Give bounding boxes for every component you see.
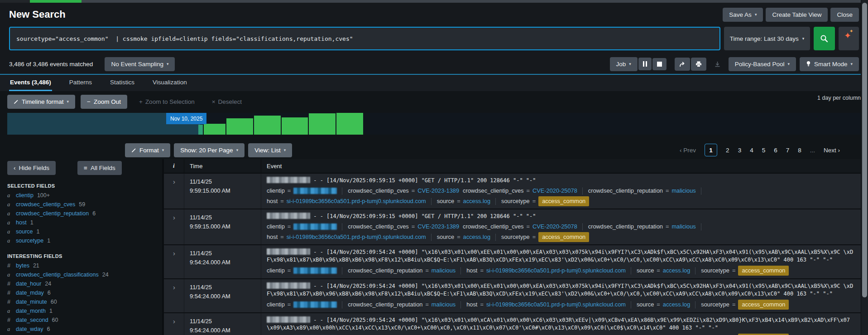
field-value-link[interactable]: si-i-01989bc3656c0a501.prd-p-tumj0.splun…: [486, 300, 626, 309]
job-menu-button[interactable]: Job ▾: [610, 57, 638, 71]
time-range-picker[interactable]: Time range: Last 30 days ▾: [724, 27, 810, 50]
pagination-page-2[interactable]: 2: [726, 147, 729, 154]
timeline-bar-7[interactable]: [336, 113, 363, 135]
search-input[interactable]: sourcetype="access_common" | cssmoke ipf…: [9, 27, 720, 50]
event-field-crowdsec_clientip_reputation[interactable]: crowdsec_clientip_reputation=malicious: [588, 186, 696, 195]
export-results-button[interactable]: [712, 58, 723, 70]
sidebar-field-date_month[interactable]: adate_month1: [7, 306, 162, 316]
zoom-out-button[interactable]: − Zoom Out: [81, 95, 127, 109]
field-value-link[interactable]: access.log: [663, 300, 690, 309]
view-dropdown[interactable]: View: List ▾: [248, 143, 292, 157]
zoom-to-selection-button[interactable]: + Zoom to Selection: [139, 98, 195, 105]
event-field-crowdsec_clientip_cves[interactable]: crowdsec_clientip_cves=CVE-2020-25078: [463, 222, 577, 231]
timeline-bar-2[interactable]: [204, 124, 225, 135]
pagination-page-4[interactable]: 4: [750, 147, 753, 154]
event-field-crowdsec_clientip_cves[interactable]: crowdsec_clientip_cves=CVE-2020-25078: [463, 186, 577, 195]
field-value-link[interactable]: access.log: [663, 266, 690, 275]
sidebar-field-host[interactable]: ahost1: [7, 218, 162, 227]
pagination-prev[interactable]: ‹ Prev: [680, 147, 696, 154]
sidebar-field-date_second[interactable]: #date_second60: [7, 316, 162, 325]
field-value-highlighted[interactable]: access_common: [738, 300, 789, 310]
sidebar-field-date_minute[interactable]: #date_minute60: [7, 297, 162, 306]
event-sampling-dropdown[interactable]: No Event Sampling ▾: [105, 57, 175, 71]
event-field-clientip[interactable]: clientip=: [267, 300, 337, 309]
share-job-button[interactable]: [675, 58, 690, 71]
event-field-clientip[interactable]: clientip=: [267, 266, 337, 275]
pagination-page-5[interactable]: 5: [762, 147, 766, 154]
all-fields-button[interactable]: ≡ All Fields: [77, 161, 122, 175]
search-mode-dropdown[interactable]: Smart Mode ▾: [800, 57, 859, 71]
pagination-page-3[interactable]: 3: [738, 147, 742, 154]
sidebar-field-crowdsec_clientip_reputation[interactable]: acrowdsec_clientip_reputation6: [7, 209, 162, 218]
save-as-button[interactable]: Save As ▾: [723, 8, 763, 22]
pagination-page-1[interactable]: 1: [705, 144, 717, 156]
timeline-bar-1[interactable]: [198, 125, 203, 135]
print-job-button[interactable]: [691, 58, 706, 71]
field-value-link[interactable]: si-i-01989bc3656c0a501.prd-p-tumj0.splun…: [287, 197, 426, 206]
event-field-clientip[interactable]: clientip=: [267, 222, 337, 231]
expand-cell[interactable]: ›: [164, 174, 184, 209]
event-field-host[interactable]: host=si-i-01989bc3656c0a501.prd-p-tumj0.…: [466, 266, 626, 275]
sidebar-field-date_hour[interactable]: #date_hour24: [7, 279, 162, 288]
field-value-link[interactable]: si-i-01989bc3656c0a501.prd-p-tumj0.splun…: [287, 233, 426, 242]
scrollbar-thumb[interactable]: [862, 3, 867, 297]
tab-patterns[interactable]: Patterns: [68, 75, 93, 91]
field-value-link[interactable]: si-i-01989bc3656c0a501.prd-p-tumj0.splun…: [486, 266, 626, 275]
timeline-histogram[interactable]: Nov 10, 2025: [7, 113, 861, 135]
event-field-crowdsec_clientip_reputation[interactable]: crowdsec_clientip_reputation=malicious: [348, 266, 456, 275]
timeline-bar-5[interactable]: [282, 117, 308, 135]
field-value-link[interactable]: malicious: [432, 300, 456, 309]
event-field-sourcetype[interactable]: sourcetype=access_common: [701, 266, 789, 276]
event-field-host[interactable]: host=si-i-01989bc3656c0a501.prd-p-tumj0.…: [466, 300, 626, 309]
policy-pool-dropdown[interactable]: Policy-Based Pool ▾: [729, 57, 796, 71]
event-field-crowdsec_clientip_reputation[interactable]: crowdsec_clientip_reputation=malicious: [348, 300, 456, 309]
field-value-link[interactable]: CVE-2020-25078: [532, 186, 577, 195]
field-value-link[interactable]: access.log: [463, 197, 490, 206]
field-value-link[interactable]: CVE-2023-1389: [417, 186, 459, 195]
timeline-bar-6[interactable]: [309, 113, 336, 135]
event-field-sourcetype[interactable]: sourcetype=access_common: [501, 232, 589, 242]
field-value-link[interactable]: malicious: [671, 222, 695, 231]
sidebar-field-clientip[interactable]: aclientip100+: [7, 191, 162, 200]
event-field-sourcetype[interactable]: sourcetype=access_common: [701, 300, 789, 310]
event-field-crowdsec_clientip_reputation[interactable]: crowdsec_clientip_reputation=malicious: [588, 222, 696, 231]
sidebar-field-sourcetype[interactable]: asourcetype1: [7, 236, 162, 245]
deselect-button[interactable]: × Deselect: [212, 98, 242, 105]
expand-cell[interactable]: ›: [164, 313, 184, 335]
timeline-bar-3[interactable]: [226, 118, 253, 135]
sidebar-field-date_mday[interactable]: #date_mday6: [7, 288, 162, 297]
event-field-sourcetype[interactable]: sourcetype=access_common: [501, 196, 589, 206]
field-value-link[interactable]: malicious: [432, 266, 456, 275]
format-dropdown[interactable]: Format ▾: [125, 143, 170, 157]
pagination-page-8[interactable]: 8: [798, 147, 801, 154]
timeline-format-dropdown[interactable]: Timeline format ▾: [7, 95, 75, 109]
tab-events[interactable]: Events (3,486): [9, 75, 52, 91]
event-field-host[interactable]: host=si-i-01989bc3656c0a501.prd-p-tumj0.…: [267, 233, 426, 242]
field-value-link[interactable]: CVE-2023-1389: [417, 222, 459, 231]
sidebar-field-crowdsec_clientip_cves[interactable]: acrowdsec_clientip_cves59: [7, 200, 162, 209]
event-field-clientip[interactable]: clientip=: [267, 186, 337, 195]
sidebar-field-bytes[interactable]: #bytes21: [7, 261, 162, 270]
hide-fields-button[interactable]: ‹ Hide Fields: [7, 161, 56, 175]
event-field-host[interactable]: host=si-i-01989bc3656c0a501.prd-p-tumj0.…: [267, 197, 426, 206]
pagination-page-6[interactable]: 6: [774, 147, 777, 154]
event-field-source[interactable]: source=access.log: [637, 300, 690, 309]
stop-job-button[interactable]: [652, 58, 667, 70]
event-field-source[interactable]: source=access.log: [637, 266, 690, 275]
pagination-next[interactable]: Next ›: [824, 147, 840, 154]
field-value-highlighted[interactable]: access_common: [738, 266, 789, 276]
pagination-page-7[interactable]: 7: [786, 147, 790, 154]
close-button[interactable]: Close: [830, 8, 859, 22]
ai-assistant-button[interactable]: ✦ ✦: [839, 27, 859, 50]
tab-visualization[interactable]: Visualization: [152, 75, 188, 91]
page-scrollbar[interactable]: [861, 0, 868, 335]
event-field-crowdsec_clientip_cves[interactable]: crowdsec_clientip_cves=CVE-2023-1389: [348, 222, 459, 231]
sidebar-field-crowdsec_clientip_classifications[interactable]: acrowdsec_clientip_classifications24: [7, 270, 162, 279]
search-button[interactable]: [814, 27, 835, 50]
per-page-dropdown[interactable]: Show: 20 Per Page ▾: [174, 143, 245, 157]
timeline-bar-4[interactable]: [254, 116, 281, 135]
pause-job-button[interactable]: [638, 58, 652, 70]
field-value-link[interactable]: CVE-2020-25078: [532, 222, 577, 231]
expand-cell[interactable]: ›: [164, 209, 184, 244]
field-value-highlighted[interactable]: access_common: [538, 232, 589, 242]
